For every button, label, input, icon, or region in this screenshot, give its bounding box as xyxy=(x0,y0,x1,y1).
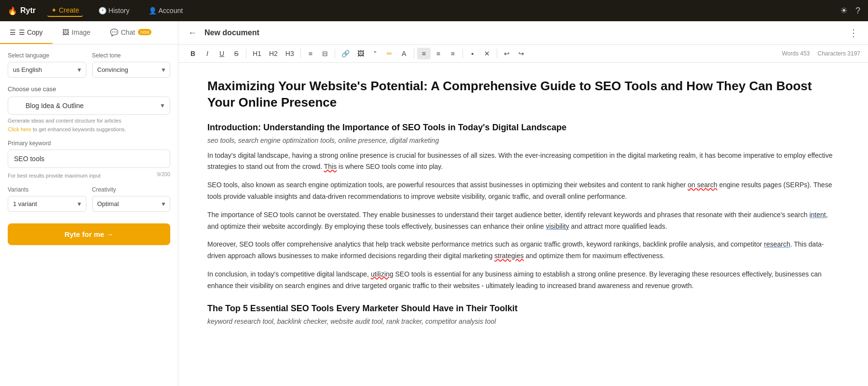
h3-button[interactable]: H3 xyxy=(282,48,298,59)
logo-text: Rytr xyxy=(20,6,36,15)
underline-button[interactable]: U xyxy=(215,48,229,59)
table-button[interactable]: ▪ xyxy=(466,48,479,59)
align-center-button[interactable]: ≡ xyxy=(432,48,445,59)
primary-keyword-section: Primary keyword For best results provide… xyxy=(8,140,170,179)
chat-badge: new xyxy=(138,29,151,35)
primary-keyword-label: Primary keyword xyxy=(8,140,170,147)
nav-right-icons: ☀ ? xyxy=(840,5,860,16)
language-label: Select language xyxy=(8,52,86,59)
numbered-list-button[interactable]: ⊟ xyxy=(318,48,332,59)
redo-button[interactable]: ↪ xyxy=(515,48,528,59)
link-intent: intent xyxy=(809,211,826,219)
logo[interactable]: 🔥 Rytr xyxy=(8,6,36,15)
keyword-max-hint: For best results provide maximum input xyxy=(8,173,101,179)
highlight-button[interactable]: ✏ xyxy=(383,48,396,59)
variants-creativity-row: Variants 1 variant 2 variants 3 variants… xyxy=(8,186,170,212)
document-title: New document xyxy=(204,28,259,37)
bullet-list-button[interactable]: ≡ xyxy=(304,48,317,59)
image-tab-label: Image xyxy=(72,28,91,36)
words-count: Words 453 xyxy=(782,50,810,57)
tab-image[interactable]: 🖼 Image xyxy=(53,21,100,44)
link-button[interactable]: 🔗 xyxy=(338,48,353,59)
align-left-button[interactable]: ≡ xyxy=(417,48,431,59)
image-button[interactable]: 🖼 xyxy=(354,48,367,59)
tab-chat[interactable]: 💬 Chat new xyxy=(100,21,162,44)
more-options-icon[interactable]: ⋮ xyxy=(849,28,858,38)
sidebar-form: Select language us English uk English Sp… xyxy=(0,44,178,386)
left-sidebar: ☰ ☰ Copy 🖼 Image 💬 Chat new Select langu… xyxy=(0,21,178,386)
bold-button[interactable]: B xyxy=(186,48,200,59)
clear-format-button[interactable]: ✕ xyxy=(480,48,494,59)
keyword-input-footer: For best results provide maximum input 9… xyxy=(8,170,170,179)
document-main-title: Maximizing Your Website's Potential: A C… xyxy=(207,78,839,111)
nav-create[interactable]: ✦ Create xyxy=(47,4,83,17)
theme-icon[interactable]: ☀ xyxy=(840,5,848,16)
copy-tab-label: ☰ Copy xyxy=(19,28,43,36)
top-navigation: 🔥 Rytr ✦ Create 🕐 History 👤 Account ☀ ? xyxy=(0,0,868,21)
variants-label: Variants xyxy=(8,186,86,193)
primary-keyword-input[interactable] xyxy=(8,150,170,168)
use-case-hint: Generate ideas and content structure for… xyxy=(8,118,170,124)
section-1-para-3: The importance of SEO tools cannot be ov… xyxy=(207,209,839,233)
quote-button[interactable]: " xyxy=(368,48,382,59)
copy-tab-icon: ☰ xyxy=(10,28,16,36)
tone-section: Select tone Convincing Formal Casual Hum… xyxy=(92,52,171,78)
nav-history-label: 🕐 History xyxy=(98,7,129,14)
tone-label: Select tone xyxy=(92,52,171,59)
language-select-wrapper: us English uk English Spanish French ▼ xyxy=(8,62,86,78)
main-layout: ☰ ☰ Copy 🖼 Image 💬 Chat new Select langu… xyxy=(0,21,868,386)
nav-account[interactable]: 👤 Account xyxy=(145,5,187,16)
logo-icon: 🔥 xyxy=(8,6,17,15)
h2-button[interactable]: H2 xyxy=(266,48,281,59)
use-case-section: Choose use case 📝 Blog Idea & Outline Bl… xyxy=(8,85,170,132)
char-count: 9/200 xyxy=(157,171,170,177)
nav-create-label: ✦ Create xyxy=(51,6,79,14)
toolbar-sep-1 xyxy=(246,49,246,58)
toolbar-sep-2 xyxy=(300,49,301,58)
use-case-label: Choose use case xyxy=(8,85,170,93)
toolbar-sep-3 xyxy=(335,49,335,58)
main-content: ← New document ⋮ B I U S H1 H2 H3 ≡ ⊟ 🔗 … xyxy=(178,21,868,386)
creativity-select-wrapper: Optimal High Max ▼ xyxy=(92,196,171,212)
italic-button[interactable]: I xyxy=(201,48,214,59)
toolbar-sep-5 xyxy=(462,49,463,58)
language-select[interactable]: us English uk English Spanish French xyxy=(8,62,86,78)
use-case-wrapper: 📝 Blog Idea & Outline Blog Post Product … xyxy=(8,96,170,115)
section-1-para-1: In today's digital landscape, having a s… xyxy=(207,150,839,173)
typo-utilizing: utilizing xyxy=(371,270,393,278)
sidebar-tabs: ☰ ☰ Copy 🖼 Image 💬 Chat new xyxy=(0,21,178,44)
h1-button[interactable]: H1 xyxy=(249,48,265,59)
ryte-button[interactable]: Ryte for me → xyxy=(8,223,170,245)
section-1-para-4: Moreover, SEO tools offer comprehensive … xyxy=(207,239,839,262)
use-case-select[interactable]: Blog Idea & Outline Blog Post Product De… xyxy=(8,96,170,115)
creativity-select[interactable]: Optimal High Max xyxy=(92,196,171,212)
section-1-keywords: seo tools, search engine optimization to… xyxy=(207,137,839,144)
chat-tab-icon: 💬 xyxy=(110,28,118,36)
section-1-para-5: In conclusion, in today's competitive di… xyxy=(207,269,839,292)
chat-tab-label: Chat xyxy=(121,28,136,36)
link-visibility: visibility xyxy=(546,222,569,230)
image-tab-icon: 🖼 xyxy=(62,28,69,36)
chars-count: Characters 3197 xyxy=(817,50,860,57)
creativity-label: Creativity xyxy=(92,186,171,193)
back-button[interactable]: ← xyxy=(188,28,197,38)
typo-this: This xyxy=(324,163,337,170)
editor-toolbar: B I U S H1 H2 H3 ≡ ⊟ 🔗 🖼 " ✏ A ≡ ≡ ≡ ▪ ✕… xyxy=(178,45,868,63)
editor-area[interactable]: Maximizing Your Website's Potential: A C… xyxy=(178,63,868,386)
doc-header-right: ⋮ xyxy=(849,27,858,39)
undo-button[interactable]: ↩ xyxy=(500,48,514,59)
section-1-para-2: SEO tools, also known as search engine o… xyxy=(207,179,839,203)
keyword-hint-link[interactable]: Click here xyxy=(8,126,31,132)
toolbar-sep-6 xyxy=(497,49,497,58)
tone-select[interactable]: Convincing Formal Casual Humorous xyxy=(92,62,171,78)
align-right-button[interactable]: ≡ xyxy=(446,48,460,59)
variants-select[interactable]: 1 variant 2 variants 3 variants xyxy=(8,196,86,212)
nav-history[interactable]: 🕐 History xyxy=(95,5,133,16)
text-color-button[interactable]: A xyxy=(397,48,411,59)
document-header: ← New document ⋮ xyxy=(178,21,868,45)
strikethrough-button[interactable]: S xyxy=(230,48,243,59)
section-1-heading: Introduction: Understanding the Importan… xyxy=(207,123,839,133)
help-icon[interactable]: ? xyxy=(855,6,860,16)
toolbar-sep-4 xyxy=(414,49,414,58)
tab-copy[interactable]: ☰ ☰ Copy xyxy=(0,21,53,44)
